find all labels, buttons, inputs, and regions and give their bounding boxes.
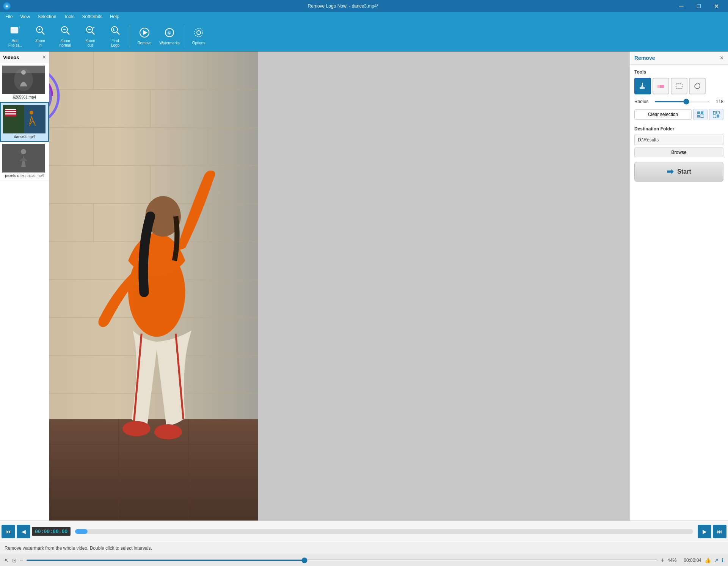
browse-button[interactable]: Browse	[634, 147, 723, 157]
close-button[interactable]: ✕	[708, 0, 725, 12]
rect-select-tool-button[interactable]	[671, 78, 687, 94]
watermarks-label: Watermarks	[159, 41, 180, 45]
svg-rect-87	[676, 84, 682, 88]
svg-rect-31	[5, 111, 16, 112]
options-label: Options	[192, 41, 205, 45]
menu-help[interactable]: Help	[106, 13, 123, 20]
info-icon: ℹ	[722, 557, 723, 563]
canvas-area[interactable]	[49, 52, 629, 521]
svg-line-9	[67, 32, 69, 34]
video-list-item-2[interactable]: dance3.mp4	[0, 102, 49, 142]
zoom-in-button[interactable]: Zoomin	[28, 23, 52, 50]
sidebar-close-button[interactable]: ×	[42, 54, 46, 61]
options-icon	[193, 27, 204, 39]
svg-rect-89	[701, 111, 703, 114]
menu-view[interactable]: View	[16, 13, 34, 20]
svg-rect-1	[11, 27, 14, 29]
clear-selection-row: Clear selection	[634, 109, 723, 120]
video-list-item-3[interactable]: pexels-c-technical.mp4	[0, 142, 49, 180]
options-button[interactable]: Options	[187, 23, 211, 50]
eraser-tool-button[interactable]	[653, 78, 669, 94]
start-button[interactable]: ➡ Start	[634, 162, 723, 182]
svg-rect-94	[713, 115, 716, 118]
menu-selection[interactable]: Selection	[34, 13, 60, 20]
zoom-out-button[interactable]: − Zoomout	[78, 23, 102, 50]
svg-point-33	[30, 111, 33, 114]
svg-text:−: −	[93, 25, 95, 30]
find-logo-icon: L	[110, 25, 121, 37]
zoom-out-label: Zoomout	[85, 39, 95, 48]
radius-slider[interactable]	[654, 101, 709, 102]
panel-close-button[interactable]: ×	[720, 55, 723, 61]
add-files-icon: +	[10, 25, 20, 37]
radius-value: 118	[712, 99, 723, 104]
zoom-in-icon[interactable]: +	[661, 557, 664, 564]
video-filename-2: dance3.mp4	[3, 135, 46, 139]
maximize-button[interactable]: □	[690, 0, 708, 12]
add-files-button[interactable]: + AddFile(s)...	[3, 23, 27, 50]
svg-point-74	[122, 421, 151, 436]
svg-marker-18	[143, 30, 147, 35]
video-frame[interactable]	[49, 52, 258, 521]
radius-section: Radius 118	[634, 99, 723, 104]
window-title: Remove Logo Now! - dance3.mp4*	[14, 3, 673, 9]
svg-rect-30	[5, 109, 16, 110]
window-controls: ─ □ ✕	[673, 0, 725, 12]
right-panel-content: Tools	[630, 65, 728, 521]
svg-point-21	[197, 31, 201, 34]
svg-rect-90	[697, 115, 700, 118]
destination-folder-section: Destination Folder Browse	[634, 126, 723, 157]
go-to-end-button[interactable]: ⏭	[713, 525, 726, 538]
clear-selection-button[interactable]: Clear selection	[634, 109, 692, 120]
brush-tool-button[interactable]	[634, 78, 651, 94]
pointer-icon: ↖	[5, 557, 9, 563]
menu-softorbits[interactable]: SoftOrbits	[78, 13, 106, 20]
svg-text:L: L	[113, 28, 115, 32]
timeline-right-buttons: ▶ ⏭	[698, 525, 726, 538]
time-total-display: 00:00:04 👍 ↗ ℹ	[684, 557, 723, 563]
svg-rect-91	[701, 115, 703, 118]
video-filename-1: 6265961.mp4	[2, 95, 47, 99]
svg-line-6	[42, 32, 44, 34]
zoom-level-slider[interactable]	[26, 560, 658, 561]
minimize-button[interactable]: ─	[673, 0, 690, 12]
zoom-normal-button[interactable]: Zoomnormal	[53, 23, 77, 50]
play-forward-button[interactable]: ▶	[698, 525, 711, 538]
remove-icon	[139, 27, 150, 39]
zoom-normal-label: Zoomnormal	[60, 39, 71, 48]
add-files-label: AddFile(s)...	[8, 39, 22, 48]
watermarks-button[interactable]: © Watermarks	[157, 23, 182, 50]
svg-point-22	[195, 28, 203, 37]
find-logo-button[interactable]: L FindLogo	[103, 23, 127, 50]
like-icon: 👍	[704, 557, 711, 563]
tools-row	[634, 78, 723, 94]
timeline-track[interactable]	[75, 529, 693, 534]
destination-folder-label: Destination Folder	[634, 126, 723, 132]
menu-tools[interactable]: Tools	[60, 13, 78, 20]
svg-point-75	[154, 424, 182, 439]
svg-rect-93	[717, 111, 719, 114]
select-all-button[interactable]	[693, 109, 708, 120]
svg-rect-92	[713, 111, 716, 114]
video-thumb-1	[2, 66, 45, 94]
svg-point-26	[21, 70, 26, 75]
remove-button[interactable]: Remove	[132, 23, 157, 50]
select-invert-button[interactable]	[709, 109, 723, 120]
video-thumb-2	[3, 105, 46, 133]
zoom-out-icon[interactable]: −	[20, 557, 23, 564]
video-list-item-1[interactable]: 6265961.mp4	[0, 63, 49, 102]
go-back-button[interactable]: ◀	[17, 525, 30, 538]
video-preview-right	[258, 52, 629, 521]
destination-folder-input[interactable]	[634, 135, 723, 145]
svg-rect-95	[717, 115, 719, 118]
toolbar: + AddFile(s)... Zoomin	[0, 21, 728, 52]
menu-file[interactable]: File	[2, 13, 16, 20]
zoom-in-icon	[35, 25, 46, 37]
right-panel-header: Remove ×	[630, 52, 728, 65]
video-filename-3: pexels-c-technical.mp4	[2, 174, 47, 178]
sidebar-header: Videos ×	[0, 52, 49, 63]
tools-label: Tools	[634, 69, 723, 75]
tools-section: Tools	[634, 69, 723, 94]
lasso-tool-button[interactable]	[689, 78, 706, 94]
go-to-start-button[interactable]: ⏮	[2, 525, 15, 538]
